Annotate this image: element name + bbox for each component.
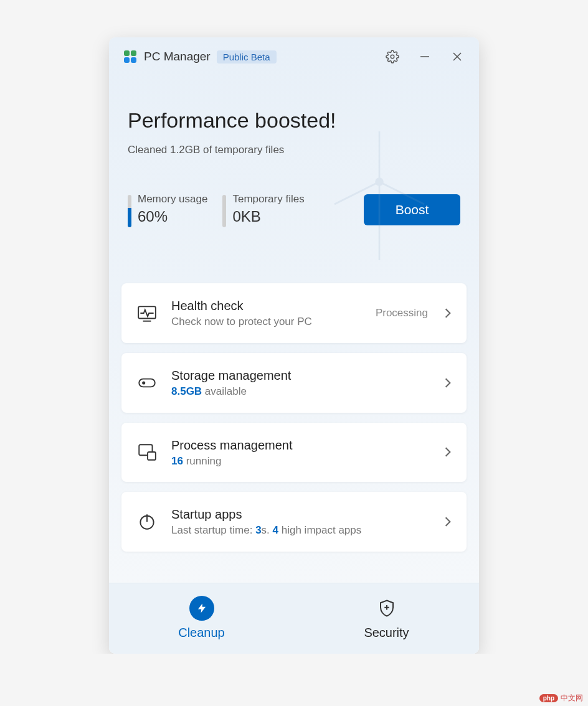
svg-rect-5 bbox=[124, 50, 130, 56]
svg-rect-13 bbox=[138, 306, 156, 318]
tab-cleanup-label: Cleanup bbox=[178, 626, 225, 640]
tab-security[interactable]: Security bbox=[294, 583, 479, 654]
temp-files-stat: Temporary files 0KB bbox=[222, 192, 304, 227]
storage-icon bbox=[136, 372, 158, 393]
security-icon-wrap bbox=[374, 596, 399, 621]
startup-impact: 4 bbox=[273, 524, 278, 536]
svg-rect-8 bbox=[131, 57, 136, 63]
close-icon bbox=[452, 51, 463, 62]
titlebar: PC Manager Public Beta bbox=[109, 37, 479, 71]
process-value: 16 bbox=[171, 455, 183, 467]
titlebar-controls bbox=[384, 49, 465, 65]
process-card[interactable]: Process management 16 running bbox=[121, 423, 467, 482]
storage-value: 8.5GB bbox=[171, 385, 202, 397]
svg-rect-7 bbox=[124, 57, 130, 63]
memory-value: 60% bbox=[138, 207, 207, 227]
svg-point-9 bbox=[391, 55, 394, 59]
memory-bar bbox=[128, 195, 131, 227]
hero-title: Performance boosted! bbox=[128, 108, 460, 133]
svg-point-16 bbox=[143, 382, 145, 384]
process-title: Process management bbox=[171, 436, 430, 454]
hero-subtitle: Cleaned 1.2GB of temporary files bbox=[128, 144, 460, 156]
boost-button[interactable]: Boost bbox=[364, 194, 460, 225]
settings-button[interactable] bbox=[384, 49, 401, 65]
temp-label: Temporary files bbox=[232, 192, 304, 207]
memory-stat: Memory usage 60% bbox=[128, 192, 207, 227]
chevron-right-icon bbox=[444, 377, 452, 388]
memory-label: Memory usage bbox=[138, 192, 207, 207]
hero-section: Performance boosted! Cleaned 1.2GB of te… bbox=[109, 71, 479, 156]
chevron-right-icon bbox=[444, 308, 452, 319]
stats-row: Memory usage 60% Temporary files 0KB Boo… bbox=[109, 156, 479, 246]
startup-time: 3 bbox=[255, 524, 261, 536]
health-check-card[interactable]: Health check Check now to protect your P… bbox=[121, 283, 467, 343]
chevron-right-icon bbox=[444, 516, 452, 527]
app-title: PC Manager bbox=[144, 50, 211, 64]
cleanup-icon-circle bbox=[189, 596, 214, 621]
app-window: PC Manager Public Beta Performance boost… bbox=[109, 37, 479, 654]
health-check-icon bbox=[136, 303, 158, 324]
tab-cleanup[interactable]: Cleanup bbox=[109, 583, 294, 654]
bottom-nav: Cleanup Security bbox=[109, 583, 479, 654]
storage-title: Storage management bbox=[171, 367, 430, 384]
svg-rect-15 bbox=[139, 379, 155, 387]
bolt-icon bbox=[196, 603, 207, 614]
startup-title: Startup apps bbox=[171, 506, 430, 523]
startup-subtitle: Last startup time: 3s. 4 high impact app… bbox=[171, 523, 430, 538]
beta-badge: Public Beta bbox=[217, 50, 277, 64]
svg-rect-18 bbox=[148, 452, 156, 460]
startup-card[interactable]: Startup apps Last startup time: 3s. 4 hi… bbox=[121, 492, 467, 552]
health-check-title: Health check bbox=[171, 297, 362, 314]
svg-rect-6 bbox=[131, 50, 136, 56]
process-icon bbox=[136, 441, 158, 463]
minimize-button[interactable] bbox=[417, 49, 433, 65]
power-icon bbox=[136, 511, 158, 532]
tab-security-label: Security bbox=[364, 626, 409, 640]
process-subtitle: 16 running bbox=[171, 454, 430, 469]
health-check-status: Processing bbox=[376, 307, 428, 319]
temp-value: 0KB bbox=[232, 207, 304, 227]
cards-list: Health check Check now to protect your P… bbox=[109, 246, 479, 552]
minimize-icon bbox=[419, 51, 430, 62]
health-check-subtitle: Check now to protect your PC bbox=[171, 314, 362, 329]
shield-icon bbox=[377, 599, 396, 618]
close-button[interactable] bbox=[449, 49, 465, 65]
chevron-right-icon bbox=[444, 446, 452, 458]
app-logo-icon bbox=[123, 49, 138, 64]
temp-bar bbox=[222, 195, 226, 227]
storage-card[interactable]: Storage management 8.5GB available bbox=[121, 353, 467, 413]
storage-subtitle: 8.5GB available bbox=[171, 384, 430, 399]
gear-icon bbox=[386, 50, 399, 64]
